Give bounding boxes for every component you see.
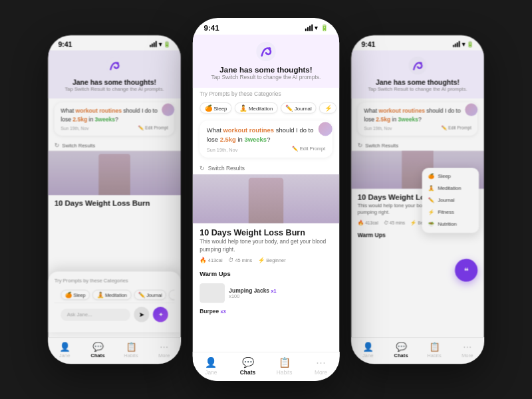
nav-jane-label-1: Jane: [59, 353, 70, 359]
switch-results-2[interactable]: ↻ Switch Results: [193, 162, 340, 174]
category-more-1[interactable]: ⚡: [169, 290, 174, 300]
nav-habits-2[interactable]: 📋 Habits: [266, 356, 303, 375]
prompt-text-3: What workout routines should I do to los…: [364, 107, 471, 123]
nav-habits-label-1: Habits: [124, 353, 138, 359]
exercise-thumb-2: [200, 283, 225, 303]
status-icons-3: ▾ 🔋: [453, 41, 473, 48]
nav-habits-icon-3: 📋: [429, 342, 440, 352]
dd-sleep-3[interactable]: 🍊Sleep: [422, 170, 479, 182]
app-logo-2: [255, 41, 277, 63]
phone-2-screen: 9:41 ▾ 🔋: [193, 18, 340, 381]
meta-level-2: ⚡Beginner: [258, 257, 286, 263]
meta-cal-3: 🔥413cal: [358, 219, 378, 225]
prompt-date-3: Sun 19th, Nov: [364, 126, 392, 131]
edit-prompt-2[interactable]: ✏️ Edit Prompt: [292, 146, 325, 152]
header-title-2: Jane has some thoughts!: [204, 65, 329, 74]
chat-bubble-button-3[interactable]: ❝: [455, 259, 477, 281]
header-subtitle-3: Tap Switch Result to change the AI promp…: [361, 86, 473, 92]
bottom-nav-2: 👤 Jane 💬 Chats 📋 Habits ⋯ More: [193, 352, 340, 381]
category-journal-1[interactable]: ✏️Journal: [134, 290, 166, 300]
nav-chats-icon-3: 💬: [396, 342, 406, 352]
avatar-1: [162, 104, 174, 116]
switch-icon-1: ↻: [55, 142, 60, 149]
nav-chats-2[interactable]: 💬 Chats: [229, 356, 266, 375]
switch-results-label-3: Switch Results: [365, 142, 398, 148]
switch-results-label-2: Switch Results: [208, 165, 245, 171]
nav-habits-icon-2: 📋: [279, 356, 291, 368]
phone-3: 9:41 ▾ 🔋: [351, 35, 484, 364]
dd-fitness-3[interactable]: ⚡Fitness: [422, 206, 479, 218]
nav-jane-1[interactable]: 👤 Jane: [48, 342, 81, 359]
status-icons-2: ▾ 🔋: [305, 24, 329, 31]
magic-button-1[interactable]: ✦: [153, 307, 168, 323]
switch-results-3[interactable]: ↻ Switch Results: [351, 140, 484, 151]
category-dropdown-3: 🍊Sleep 🧘Meditation ✏️Journal ⚡Fitness 🥗N…: [422, 168, 479, 233]
signal-bars-2: [305, 24, 313, 31]
nav-habits-icon-1: 📋: [126, 342, 136, 352]
app-header-1: Jane has some thoughts! Tap Switch Resul…: [48, 51, 181, 98]
nav-habits-3[interactable]: 📋 Habits: [418, 342, 451, 359]
nav-jane-3[interactable]: 👤 Jane: [351, 342, 384, 359]
cat-sleep-2[interactable]: 🍊Sleep: [200, 102, 231, 114]
nav-more-icon-3: ⋯: [463, 342, 471, 352]
app-logo-3: [408, 55, 428, 75]
prompt-card-wrap-2: What workout routines should I do to los…: [193, 116, 340, 162]
nav-more-1[interactable]: ⋯ More: [148, 342, 181, 359]
send-button-1[interactable]: ➤: [134, 307, 149, 323]
dd-nutrition-3[interactable]: 🥗Nutrition: [422, 219, 479, 231]
status-bar-3: 9:41 ▾ 🔋: [351, 35, 484, 51]
svg-point-1: [116, 62, 119, 65]
signal-bars-3: [453, 41, 460, 48]
svg-point-0: [106, 57, 124, 74]
signal-bar: [154, 42, 155, 47]
cat-more-2[interactable]: ⚡: [319, 102, 336, 114]
svg-point-4: [409, 57, 427, 74]
overlay-panel-1: Try Prompts by these Categories 🍊Sleep 🧘…: [48, 271, 181, 332]
exercise-count-2: x100: [229, 294, 276, 299]
edit-prompt-3[interactable]: ✏️ Edit Prompt: [442, 126, 471, 131]
edit-prompt-1[interactable]: ✏️ Edit Prompt: [138, 126, 168, 131]
exercise-info-burpee-2: Burpee x3: [200, 309, 225, 315]
header-title-3: Jane has some thoughts!: [361, 78, 473, 86]
phone-1: 9:41 ▾ 🔋: [48, 35, 181, 364]
meta-time-3: ⏱45 mins: [383, 219, 405, 225]
categories-2: 🍊Sleep 🧘Meditation ✏️Journal ⚡: [193, 100, 340, 116]
nav-chats-icon-1: 💬: [92, 342, 103, 352]
status-bar-1: 9:41 ▾ 🔋: [48, 35, 181, 51]
input-bar-1: Ask Jane... ➤ ✦: [55, 303, 175, 326]
dd-meditation-3[interactable]: 🧘Meditation: [422, 182, 479, 194]
prompt-meta-1: Sun 19th, Nov ✏️ Edit Prompt: [61, 126, 168, 131]
category-meditation-1[interactable]: 🧘Meditation: [92, 290, 132, 300]
nav-chats-1[interactable]: 💬 Chats: [81, 342, 114, 359]
switch-results-1[interactable]: ↻ Switch Results: [48, 140, 181, 151]
nav-jane-icon-2: 👤: [205, 356, 217, 368]
nav-chats-icon-2: 💬: [242, 356, 254, 368]
cat-journal-2[interactable]: ✏️Journal: [281, 102, 317, 114]
nav-habits-1[interactable]: 📋 Habits: [114, 342, 148, 359]
category-sleep-1[interactable]: 🍊Sleep: [61, 290, 90, 300]
nav-jane-2[interactable]: 👤 Jane: [193, 356, 229, 375]
prompt-card-1: What workout routines should I do to los…: [55, 102, 175, 136]
exercise-burpee-2: Burpee x3: [193, 306, 340, 318]
status-bar-2: 9:41 ▾ 🔋: [193, 18, 340, 35]
svg-point-3: [268, 47, 271, 50]
cat-meditation-2[interactable]: 🧘Meditation: [235, 102, 278, 114]
nav-chats-3[interactable]: 💬 Chats: [384, 342, 418, 359]
status-icons-1: ▾ 🔋: [150, 41, 170, 48]
header-subtitle-1: Tap Switch Result to change the AI promp…: [58, 86, 170, 92]
prompt-meta-2: Sun 19th, Nov ✏️ Edit Prompt: [207, 146, 326, 152]
overlay-label-1: Try Prompts by these Categories: [55, 278, 175, 284]
nav-more-3[interactable]: ⋯ More: [451, 342, 484, 359]
nav-more-2[interactable]: ⋯ More: [303, 356, 339, 375]
ask-jane-input-1[interactable]: Ask Jane...: [61, 309, 130, 321]
meta-time-2: ⏱45 mins: [228, 257, 252, 263]
categories-label-wrap-2: Try Prompts by these Categories: [193, 88, 340, 100]
phones-container: 9:41 ▾ 🔋: [45, 27, 487, 372]
dd-journal-3[interactable]: ✏️Journal: [422, 194, 479, 206]
header-title-1: Jane has some thoughts!: [58, 78, 170, 86]
nav-more-label-1: More: [158, 353, 170, 359]
battery-icon-3: 🔋: [467, 41, 473, 48]
battery-icon-2: 🔋: [321, 24, 329, 31]
prompt-meta-3: Sun 19th, Nov ✏️ Edit Prompt: [364, 126, 471, 131]
nav-habits-label-3: Habits: [427, 353, 442, 359]
